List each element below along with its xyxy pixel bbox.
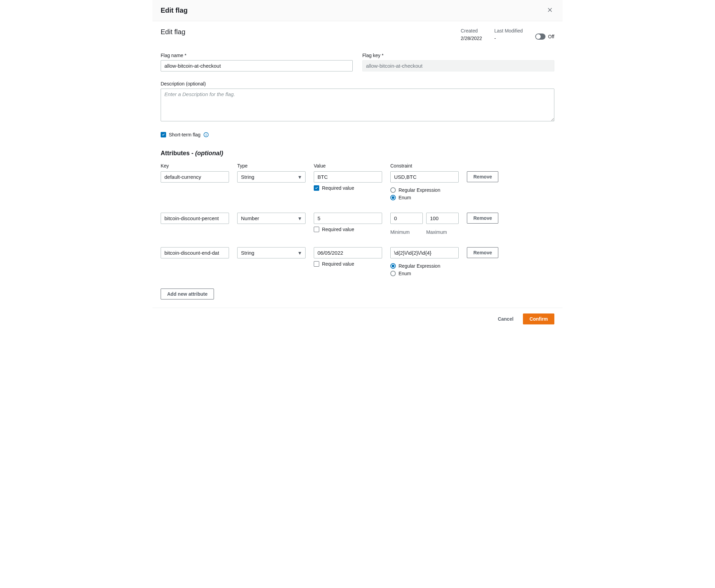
regex-radio[interactable] — [390, 187, 396, 193]
required-label: Required value — [322, 227, 354, 232]
required-checkbox[interactable] — [314, 261, 319, 267]
edit-flag-modal: Edit flag Edit flag Created 2/28/2022 La… — [152, 0, 563, 330]
close-icon — [547, 9, 553, 14]
flag-name-input[interactable] — [161, 60, 353, 71]
modified-value: - — [494, 36, 523, 41]
col-type: Type — [237, 163, 306, 169]
flag-toggle[interactable] — [535, 34, 545, 40]
toggle-state: Off — [548, 34, 554, 39]
modal-footer: Cancel Confirm — [152, 308, 563, 330]
flag-key-input — [362, 60, 554, 71]
min-input[interactable] — [390, 213, 423, 224]
required-label: Required value — [322, 185, 354, 191]
info-icon[interactable] — [203, 132, 209, 137]
modal-body: Edit flag Created 2/28/2022 Last Modifie… — [152, 21, 563, 308]
toggle-knob — [536, 34, 541, 39]
short-term-label: Short-term flag — [169, 132, 201, 137]
regex-radio[interactable] — [390, 263, 396, 269]
attr-key-input[interactable] — [161, 213, 229, 224]
svg-point-3 — [206, 133, 206, 134]
attr-value-input[interactable] — [314, 171, 382, 183]
enum-label: Enum — [399, 271, 411, 276]
flag-toggle-wrap: Off — [535, 34, 554, 40]
check-icon — [161, 133, 165, 137]
enum-label: Enum — [399, 195, 411, 200]
modified-block: Last Modified - — [494, 28, 523, 41]
regex-label: Regular Expression — [399, 263, 440, 269]
top-row: Edit flag Created 2/28/2022 Last Modifie… — [161, 28, 554, 41]
regex-label: Regular Expression — [399, 187, 440, 193]
close-button[interactable] — [545, 5, 554, 15]
attr-type-select[interactable]: Number — [237, 213, 306, 224]
created-value: 2/28/2022 — [461, 36, 482, 41]
page-subtitle: Edit flag — [161, 28, 185, 36]
flag-key-field: Flag key * — [362, 53, 554, 71]
min-label: Minimum — [390, 229, 423, 235]
description-field: Description (optional) — [161, 81, 554, 122]
check-icon — [314, 186, 319, 190]
constraint-input[interactable] — [390, 171, 459, 183]
required-label: Required value — [322, 261, 354, 267]
attributes-title-text: Attributes - — [161, 150, 195, 157]
created-block: Created 2/28/2022 — [461, 28, 482, 41]
enum-radio[interactable] — [390, 271, 396, 276]
required-checkbox[interactable] — [314, 227, 319, 232]
modal-title: Edit flag — [161, 6, 188, 14]
constraint-input[interactable] — [390, 247, 459, 258]
col-value: Value — [314, 163, 382, 169]
short-term-row: Short-term flag — [161, 132, 554, 137]
attr-value-input[interactable] — [314, 213, 382, 224]
add-attribute-button[interactable]: Add new attribute — [161, 289, 214, 299]
created-label: Created — [461, 28, 482, 34]
short-term-checkbox[interactable] — [161, 132, 166, 137]
enum-radio[interactable] — [390, 195, 396, 200]
modified-label: Last Modified — [494, 28, 523, 34]
modal-header: Edit flag — [152, 0, 563, 21]
required-checkbox[interactable] — [314, 185, 319, 191]
attribute-row: String ▼ Required value Regular Expressi… — [161, 247, 554, 276]
remove-button[interactable]: Remove — [467, 213, 498, 224]
max-label: Maximum — [426, 229, 459, 235]
flag-name-label: Flag name * — [161, 53, 353, 58]
attr-key-input[interactable] — [161, 171, 229, 183]
attr-value-input[interactable] — [314, 247, 382, 258]
flag-name-field: Flag name * — [161, 53, 353, 71]
description-textarea[interactable] — [161, 89, 554, 121]
flag-key-label: Flag key * — [362, 53, 554, 58]
attributes-optional: (optional) — [195, 150, 223, 157]
max-input[interactable] — [426, 213, 459, 224]
confirm-button[interactable]: Confirm — [523, 313, 554, 324]
attribute-row: Number ▼ Required value Minimum — [161, 213, 554, 235]
col-constraint: Constraint — [390, 163, 459, 169]
attr-type-select[interactable]: String — [237, 171, 306, 183]
remove-button[interactable]: Remove — [467, 171, 498, 182]
metadata: Created 2/28/2022 Last Modified - Off — [461, 28, 554, 41]
remove-button[interactable]: Remove — [467, 247, 498, 258]
attr-type-select[interactable]: String — [237, 247, 306, 258]
attributes-header: Key Type Value Constraint — [161, 163, 554, 169]
attributes-title: Attributes - (optional) — [161, 150, 554, 157]
attr-key-input[interactable] — [161, 247, 229, 258]
cancel-button[interactable]: Cancel — [491, 313, 520, 324]
attribute-row: String ▼ Required value Regular Expressi… — [161, 171, 554, 200]
name-key-row: Flag name * Flag key * — [161, 53, 554, 71]
description-label: Description (optional) — [161, 81, 554, 86]
col-key: Key — [161, 163, 229, 169]
